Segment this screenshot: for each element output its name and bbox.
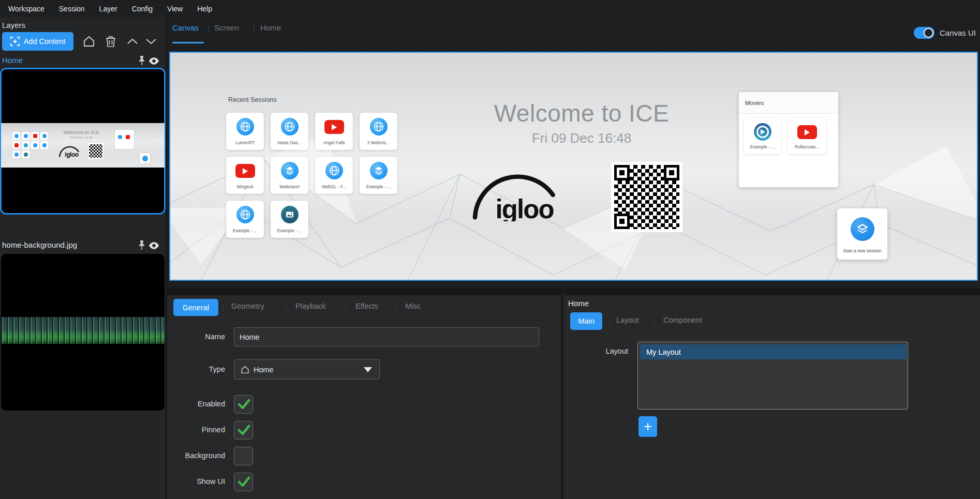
tab-component[interactable]: Component <box>663 316 702 324</box>
layers-icon <box>370 162 388 179</box>
background-checkbox[interactable] <box>234 447 253 465</box>
menu-view[interactable]: View <box>167 5 183 13</box>
tab-home[interactable]: Home <box>260 23 281 32</box>
move-layer-up-icon[interactable] <box>125 34 140 49</box>
home-panel-title: Home <box>568 299 589 308</box>
mini-start-tile <box>140 153 150 163</box>
tab-layout[interactable]: Layout <box>616 316 639 324</box>
show-ui-checkbox[interactable] <box>234 473 253 491</box>
session-tile[interactable]: News Das... <box>271 113 308 150</box>
welcome-date: Fri 09 Dec 16:48 <box>473 130 690 146</box>
canvas-preview[interactable]: Recent Sessions LumenRT News Das... Ange… <box>169 52 978 281</box>
movies-panel-title: Movies <box>739 92 838 114</box>
svg-text:igloo: igloo <box>496 194 554 221</box>
tab-geometry[interactable]: Geometry <box>231 302 264 310</box>
menu-session[interactable]: Session <box>59 5 85 13</box>
pinned-label: Pinned <box>167 426 225 434</box>
recent-sessions-title: Recent Sessions <box>228 96 277 103</box>
session-tile[interactable]: Matterport <box>271 157 308 194</box>
enabled-checkbox[interactable] <box>234 395 253 414</box>
layer-header-home: Home <box>0 54 167 68</box>
menu-layer[interactable]: Layer <box>99 5 117 13</box>
mini-canvas-preview: Welcome to ICE Fri 09 Dec 16:48 igloo <box>1 123 165 168</box>
session-tile[interactable]: Example - ... <box>271 201 308 238</box>
tab-general[interactable]: General <box>173 299 218 316</box>
checkmark-icon <box>237 476 250 488</box>
session-tile[interactable]: 2 WebVie... <box>360 113 397 150</box>
pinned-checkbox[interactable] <box>234 421 253 440</box>
pin-icon[interactable] <box>138 55 146 66</box>
app-window: Workspace Session Layer Config View Help… <box>0 0 980 499</box>
session-tile[interactable]: WebGL - F... <box>315 157 353 194</box>
layout-list-item-selected[interactable]: My Layout <box>640 344 907 359</box>
tab-main[interactable]: Main <box>570 312 602 330</box>
menu-config[interactable]: Config <box>132 5 153 13</box>
menu-workspace[interactable]: Workspace <box>8 5 44 13</box>
canvas-ui-toggle[interactable] <box>914 27 934 39</box>
mini-igloo-logo: igloo <box>58 145 82 158</box>
properties-tab-bar: General | Geometry | Playback | Effects … <box>167 295 561 321</box>
svg-text:igloo: igloo <box>65 151 78 158</box>
layer-name-home-background[interactable]: home-background.jpg <box>2 240 77 249</box>
session-tile[interactable]: Example - ... <box>360 157 397 194</box>
mini-welcome-text: Welcome to ICE <box>53 129 110 135</box>
active-tab-underline <box>172 42 204 43</box>
globe-icon <box>236 118 254 135</box>
layer-thumbnail-home-background[interactable] <box>1 254 165 411</box>
session-tile[interactable]: Example - ... <box>226 201 264 238</box>
session-tile[interactable]: LumenRT <box>226 113 264 150</box>
tab-screen[interactable]: Screen <box>214 23 239 32</box>
youtube-icon <box>324 120 344 134</box>
chevron-down-icon <box>364 367 372 372</box>
session-tile[interactable]: Angel Falls <box>315 113 353 150</box>
layout-list[interactable]: My Layout <box>637 342 908 410</box>
add-content-button[interactable]: Add Content <box>2 32 73 51</box>
home-icon[interactable] <box>82 34 96 49</box>
layers-icon <box>851 217 874 241</box>
globe-icon <box>370 118 388 135</box>
movie-tile[interactable]: Rollercoas... <box>788 118 826 154</box>
add-layout-button[interactable]: + <box>639 416 657 437</box>
session-tile[interactable]: Wingsuit <box>226 157 264 194</box>
globe-icon <box>281 118 299 135</box>
tab-misc[interactable]: Misc <box>405 302 421 310</box>
youtube-icon <box>797 125 817 139</box>
canvas-ui-toggle-label: Canvas UI <box>940 28 976 37</box>
name-label: Name <box>167 332 225 341</box>
play-circle-icon <box>754 123 771 141</box>
home-type-icon <box>241 366 249 374</box>
move-layer-down-icon[interactable] <box>144 34 158 49</box>
pin-icon[interactable] <box>138 240 146 251</box>
trash-icon[interactable] <box>103 34 118 49</box>
photo-icon <box>281 206 299 223</box>
enabled-label: Enabled <box>167 400 225 408</box>
type-dropdown[interactable]: Home <box>234 359 380 380</box>
start-new-session-tile[interactable]: Start a new session <box>837 208 887 260</box>
eye-icon[interactable] <box>148 241 160 250</box>
tab-playback[interactable]: Playback <box>295 302 326 310</box>
menu-help[interactable]: Help <box>197 5 212 13</box>
tab-canvas[interactable]: Canvas <box>172 23 199 32</box>
youtube-icon <box>235 164 255 178</box>
name-input[interactable] <box>234 327 539 346</box>
movie-tile[interactable]: Example - ... <box>744 118 781 154</box>
globe-icon <box>325 162 343 179</box>
layer-name-home[interactable]: Home <box>2 56 23 65</box>
mini-session-grid <box>12 132 50 158</box>
layout-label: Layout <box>564 347 628 355</box>
layers-panel: Layers Add Content Home <box>0 17 167 499</box>
welcome-title: Welcome to ICE <box>473 99 690 127</box>
canvas-tab-bar: Canvas | Screen | Home Canvas UI <box>167 17 980 52</box>
show-ui-label: Show UI <box>167 477 225 486</box>
globe-icon <box>236 206 254 223</box>
menu-bar: Workspace Session Layer Config View Help <box>0 0 980 17</box>
tab-effects[interactable]: Effects <box>355 302 378 310</box>
layer-thumbnail-home[interactable]: Welcome to ICE Fri 09 Dec 16:48 igloo <box>1 69 165 214</box>
type-label: Type <box>167 365 225 373</box>
movies-panel: Movies Example - ... Rollercoas... <box>739 92 838 187</box>
checkmark-icon <box>237 425 250 436</box>
home-settings-panel: Home Main | Layout | Component Layout My… <box>564 288 980 499</box>
layers-icon <box>281 162 299 179</box>
add-content-icon <box>10 37 20 46</box>
eye-icon[interactable] <box>148 57 160 65</box>
